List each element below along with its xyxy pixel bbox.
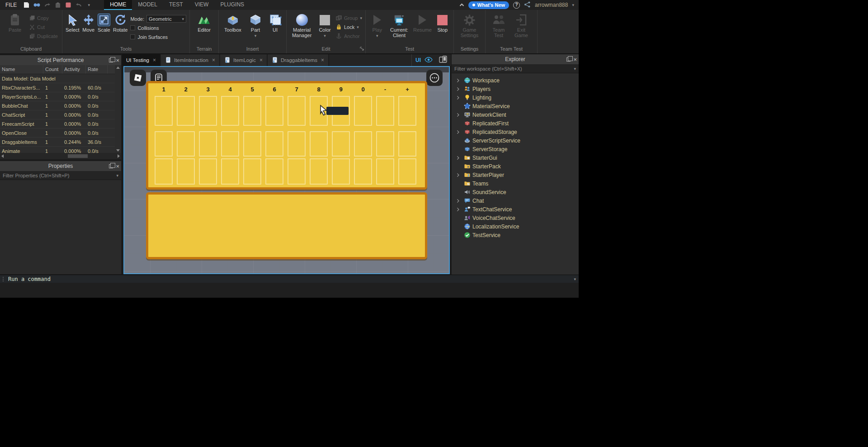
more-menu-button[interactable] bbox=[426, 70, 443, 86]
explorer-item-players[interactable]: Players bbox=[452, 85, 579, 93]
float-panel-icon[interactable] bbox=[109, 164, 113, 168]
username[interactable]: arrowman888 bbox=[535, 2, 568, 8]
explorer-item-materialservice[interactable]: MaterialService bbox=[452, 102, 579, 110]
hotbar-slot[interactable] bbox=[398, 96, 416, 126]
play-button[interactable]: Play ▾ bbox=[369, 12, 385, 38]
explorer-item-starterplayer[interactable]: StarterPlayer bbox=[452, 171, 579, 179]
float-panel-icon[interactable] bbox=[566, 57, 571, 62]
part-button[interactable]: Part ▾ bbox=[246, 12, 264, 38]
perf-row-animate[interactable]: Animate10.000%0.0/s bbox=[0, 147, 121, 153]
inventory-slot[interactable] bbox=[376, 131, 394, 157]
inventory-slot[interactable] bbox=[243, 158, 261, 185]
join-surfaces-row[interactable]: Join Surfaces bbox=[130, 33, 186, 41]
share-icon[interactable] bbox=[524, 1, 531, 9]
inventory-slot[interactable] bbox=[199, 158, 217, 185]
perf-row-openclose[interactable]: OpenClose10.000%0.0/s bbox=[0, 128, 121, 138]
perf-row-draggableitems[interactable]: DraggableItems10.244%36.0/s bbox=[0, 138, 121, 147]
tab-close-icon[interactable]: × bbox=[259, 57, 263, 63]
ui-visibility-eye-icon[interactable] bbox=[425, 56, 433, 64]
material-manager-button[interactable]: Material Manager bbox=[290, 12, 314, 38]
inventory-slot[interactable] bbox=[332, 158, 350, 185]
explorer-filter-input[interactable]: Filter workspace (Ctrl+Shift+X) ▾ bbox=[452, 64, 579, 73]
explorer-item-textchatservice[interactable]: TextChatService bbox=[452, 205, 579, 214]
anchor-button[interactable]: Anchor bbox=[336, 32, 362, 40]
command-input[interactable]: Run a command bbox=[5, 276, 51, 282]
undo-icon[interactable] bbox=[75, 2, 82, 9]
properties-filter-input[interactable]: Filter Properties (Ctrl+Shift+P) ▾ bbox=[0, 171, 121, 180]
collapse-ribbon-icon[interactable] bbox=[459, 3, 464, 8]
game-settings-button[interactable]: Game Settings bbox=[457, 12, 482, 38]
explorer-item-chat[interactable]: Chat bbox=[452, 196, 579, 205]
file-menu[interactable]: FILE bbox=[0, 0, 22, 10]
explorer-item-voicechatservice[interactable]: VoiceChatService bbox=[452, 214, 579, 222]
col-activity[interactable]: Activity bbox=[62, 65, 86, 74]
explorer-item-serverscriptservice[interactable]: ServerScriptService bbox=[452, 136, 579, 145]
hotbar-slot[interactable] bbox=[376, 96, 394, 126]
tab-close-icon[interactable]: × bbox=[212, 57, 215, 63]
scroll-up-icon[interactable] bbox=[116, 67, 120, 69]
help-icon[interactable]: ? bbox=[513, 2, 520, 9]
expand-chevron-icon[interactable] bbox=[454, 155, 462, 161]
explorer-item-testservice[interactable]: TestService bbox=[452, 231, 579, 239]
move-tool-button[interactable]: Move bbox=[82, 12, 95, 33]
menu-tab-test[interactable]: TEST bbox=[163, 0, 189, 10]
inventory-slot[interactable] bbox=[332, 131, 350, 157]
inventory-slot[interactable] bbox=[221, 131, 239, 157]
expand-chevron-icon[interactable] bbox=[454, 112, 462, 118]
doc-tab-ui-testing[interactable]: UI Testing× bbox=[122, 54, 161, 66]
device-emulator-icon[interactable] bbox=[439, 56, 447, 65]
paste-button[interactable]: Paste bbox=[3, 12, 27, 33]
col-name[interactable]: Name bbox=[0, 65, 43, 74]
hotbar-slot[interactable] bbox=[265, 96, 283, 126]
inventory-slot[interactable] bbox=[155, 158, 173, 185]
hotbar-slot[interactable] bbox=[354, 96, 372, 126]
scroll-left-icon[interactable] bbox=[1, 154, 4, 158]
inventory-slot[interactable] bbox=[354, 158, 372, 185]
menu-tab-home[interactable]: HOME bbox=[104, 0, 132, 10]
hotbar-slot[interactable] bbox=[243, 96, 261, 126]
explorer-item-serverstorage[interactable]: ServerStorage bbox=[452, 145, 579, 153]
scroll-right-icon[interactable] bbox=[118, 154, 120, 158]
expand-chevron-icon[interactable] bbox=[454, 172, 462, 178]
explorer-item-teams[interactable]: Teams bbox=[452, 179, 579, 188]
menu-tab-view[interactable]: VIEW bbox=[189, 0, 215, 10]
hotbar-slot[interactable] bbox=[155, 96, 173, 126]
scale-tool-button[interactable]: Scale bbox=[98, 12, 110, 33]
inventory-slot[interactable] bbox=[221, 158, 239, 185]
roblox-menu-button[interactable] bbox=[130, 70, 146, 86]
hotbar-slot[interactable] bbox=[288, 96, 306, 126]
command-bar[interactable]: Run a command ▾ bbox=[0, 275, 579, 283]
hotbar-slot[interactable] bbox=[177, 96, 195, 126]
explorer-item-networkclient[interactable]: NetworkClient bbox=[452, 110, 579, 119]
ui-button[interactable]: UI bbox=[267, 12, 283, 33]
inventory-slot[interactable] bbox=[398, 131, 416, 157]
game-viewport[interactable]: 1234567890-+ bbox=[123, 66, 450, 274]
edit-dialog-launcher-icon[interactable] bbox=[360, 44, 364, 52]
account-caret-icon[interactable]: ▾ bbox=[572, 3, 574, 7]
stop-button[interactable]: Stop bbox=[434, 12, 450, 33]
lock-button[interactable]: Lock ▾ bbox=[336, 23, 362, 31]
explorer-item-startergui[interactable]: StarterGui bbox=[452, 153, 579, 162]
expand-chevron-icon[interactable] bbox=[454, 86, 462, 92]
group-button[interactable]: Group ▾ bbox=[336, 14, 362, 22]
scroll-down-icon[interactable] bbox=[116, 149, 120, 152]
whats-new-button[interactable]: What's New bbox=[468, 1, 509, 9]
perf-row-bubblechat[interactable]: BubbleChat10.000%0.0/s bbox=[0, 101, 121, 110]
inventory-slot[interactable] bbox=[199, 131, 217, 157]
cut-button[interactable]: Cut bbox=[29, 23, 58, 31]
perf-section-row[interactable]: Data Model: Data Model bbox=[0, 74, 121, 83]
menu-tab-plugins[interactable]: PLUGINS bbox=[214, 0, 250, 10]
current-client-button[interactable]: Current: Client bbox=[388, 12, 410, 38]
col-rate[interactable]: Rate bbox=[86, 65, 108, 74]
explorer-item-localizationservice[interactable]: LocalizationService bbox=[452, 222, 579, 231]
inventory-slot[interactable] bbox=[310, 158, 328, 185]
float-panel-icon[interactable] bbox=[109, 58, 113, 62]
expand-chevron-icon[interactable] bbox=[454, 95, 462, 101]
save-icon[interactable] bbox=[23, 2, 30, 9]
quick-access-caret-icon[interactable]: ▾ bbox=[85, 2, 92, 9]
join-surfaces-checkbox[interactable] bbox=[130, 34, 135, 39]
menu-tab-model[interactable]: MODEL bbox=[132, 0, 163, 10]
inventory-slot[interactable] bbox=[265, 158, 283, 185]
collisions-row[interactable]: Collisions bbox=[130, 24, 186, 32]
hotbar-slot[interactable] bbox=[199, 96, 217, 126]
